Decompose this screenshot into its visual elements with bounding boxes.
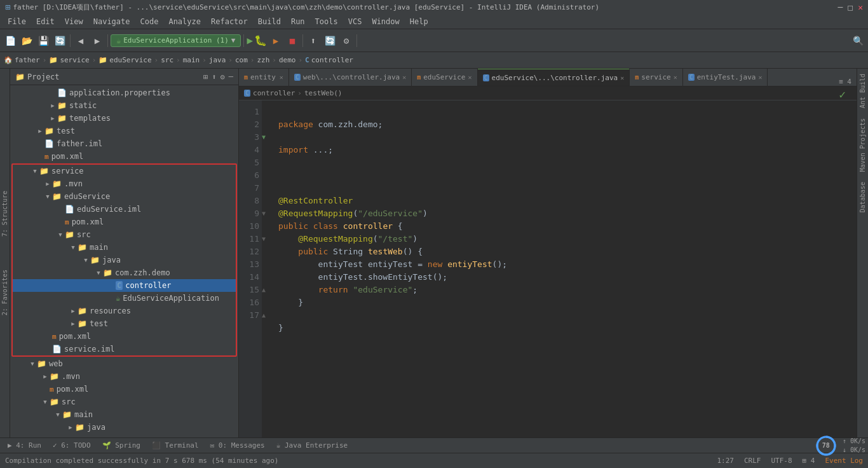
bc-service[interactable]: 📁 service <box>49 56 89 64</box>
tree-item-main[interactable]: ▼ 📁 main <box>13 241 236 254</box>
bc-com[interactable]: com <box>235 56 248 64</box>
editor-content[interactable]: 1234567891011121314151617 ▼ ▼ ▼ <box>239 100 857 437</box>
tree-item-service[interactable]: ▼ 📁 service <box>13 165 236 177</box>
tree-item-mvn-web[interactable]: ▶ 📁 .mvn <box>10 370 238 383</box>
database-panel[interactable]: Database <box>858 177 867 217</box>
bc-java[interactable]: java <box>209 56 226 64</box>
bottom-tab-spring[interactable]: 🌱 Spring <box>97 440 146 451</box>
status-event-log[interactable]: Event Log <box>825 457 863 465</box>
tree-item-eduservice-iml[interactable]: 📄 eduService.iml <box>13 203 236 216</box>
tree-item-java[interactable]: ▼ 📁 java <box>13 254 236 266</box>
tree-item-father-iml[interactable]: 📄 father.iml <box>10 137 238 150</box>
menu-code[interactable]: Code <box>135 16 164 27</box>
bc-father[interactable]: 🏠 father <box>4 56 40 64</box>
tree-item-templates[interactable]: ▶ 📁 templates <box>10 112 238 125</box>
toolbar-update[interactable]: 🔄 <box>322 33 337 48</box>
bc-demo[interactable]: demo <box>279 56 296 64</box>
toolbar-settings[interactable]: ⚙ <box>339 33 354 48</box>
tree-item-test-father[interactable]: ▶ 📁 test <box>10 125 238 137</box>
tab-close-entiytest[interactable]: ✕ <box>758 74 762 81</box>
tab-close-controller-java[interactable]: ✕ <box>620 74 624 81</box>
toolbar-search[interactable]: 🔍 <box>850 33 865 48</box>
tab-close-service[interactable]: ✕ <box>674 74 677 81</box>
tree-item-eduservice[interactable]: ▼ 📁 eduService <box>13 190 236 203</box>
sidebar-action-1[interactable]: ⊞ <box>203 72 208 81</box>
run-configuration[interactable]: ☕ EduServiceApplication (1) ▼ <box>111 34 241 47</box>
toolbar-back[interactable]: ◀ <box>73 33 88 48</box>
tree-item-controller[interactable]: C controller <box>13 279 236 292</box>
tree-item-application-props[interactable]: 📄 application.properties <box>10 86 238 99</box>
toolbar-open[interactable]: 📂 <box>19 33 34 48</box>
tree-item-web[interactable]: ▼ 📁 web <box>10 357 238 370</box>
bottom-tab-todo[interactable]: ✓ 6: TODO <box>48 440 96 451</box>
bc-eduservice[interactable]: 📁 eduService <box>98 56 151 64</box>
tab-entiytest[interactable]: C entiyTest.java ✕ <box>683 69 768 86</box>
sidebar-minimize-icon[interactable]: ─ <box>229 72 233 81</box>
tree-item-pom-web[interactable]: m pom.xml <box>10 383 238 396</box>
minimize-button[interactable]: ─ <box>838 3 843 12</box>
tree-item-pom-edu[interactable]: m pom.xml <box>13 216 236 228</box>
tab-service[interactable]: m service ✕ <box>630 69 682 86</box>
menu-build[interactable]: Build <box>253 16 286 27</box>
tab-web-controller[interactable]: C web\...\controller.java ✕ <box>289 69 412 86</box>
bc-main[interactable]: main <box>183 56 200 64</box>
tree-item-src-web[interactable]: ▼ 📁 src <box>10 396 238 408</box>
tree-item-resources[interactable]: ▶ 📁 resources <box>13 305 236 317</box>
tree-item-test-edu[interactable]: ▶ 📁 test <box>13 317 236 330</box>
toolbar-new[interactable]: 📄 <box>3 33 18 48</box>
tab-overflow[interactable]: ≡ 4 <box>834 78 857 86</box>
toolbar-coverage[interactable]: ▶ <box>268 33 283 48</box>
tree-item-edu-app[interactable]: ☕ EduServiceApplication <box>13 292 236 305</box>
bottom-tab-run[interactable]: ▶ 4: Run <box>3 440 46 451</box>
structure-panel-label[interactable]: 7: Structure <box>0 187 10 240</box>
tree-item-java-web[interactable]: ▶ 📁 java <box>10 421 238 434</box>
bottom-tab-java-enterprise[interactable]: ☕ Java Enterprise <box>271 440 353 451</box>
menu-vcs[interactable]: VCS <box>343 16 367 27</box>
maximize-button[interactable]: □ <box>848 3 853 12</box>
toolbar-refresh[interactable]: 🔄 <box>52 33 67 48</box>
tree-item-static[interactable]: ▶ 📁 static <box>10 99 238 112</box>
tab-entity[interactable]: m entity ✕ <box>239 69 289 86</box>
tab-controller-java[interactable]: C eduService\...\controller.java ✕ <box>478 69 630 86</box>
status-encoding[interactable]: UTF-8 <box>771 457 792 465</box>
menu-refactor[interactable]: Refactor <box>206 16 253 27</box>
tab-eduservice[interactable]: m eduService ✕ <box>412 69 477 86</box>
tree-item-service-iml[interactable]: 📄 service.iml <box>13 343 236 355</box>
tree-item-mvn[interactable]: ▶ 📁 .mvn <box>13 177 236 190</box>
bc-controller[interactable]: C controller <box>305 56 353 64</box>
menu-file[interactable]: File <box>3 16 31 27</box>
tab-close-web-controller[interactable]: ✕ <box>402 74 406 81</box>
tab-close-entity[interactable]: ✕ <box>280 74 283 81</box>
debug-button[interactable]: 🐛 <box>254 34 267 46</box>
menu-view[interactable]: View <box>60 16 88 27</box>
menu-edit[interactable]: Edit <box>31 16 60 27</box>
menu-help[interactable]: Help <box>405 16 433 27</box>
tab-close-eduservice[interactable]: ✕ <box>468 74 471 81</box>
sidebar-action-2[interactable]: ⬆ <box>212 72 216 81</box>
bc-src[interactable]: src <box>161 56 173 64</box>
tree-item-com-zzh-demo[interactable]: ▼ 📁 com.zzh.demo <box>13 266 236 279</box>
tree-item-main-web[interactable]: ▼ 📁 main <box>10 408 238 421</box>
menu-window[interactable]: Window <box>367 16 404 27</box>
toolbar-vcs[interactable]: ⬆ <box>306 33 321 48</box>
toolbar-forward[interactable]: ▶ <box>90 33 105 48</box>
tree-item-src[interactable]: ▼ 📁 src <box>13 228 236 241</box>
menu-run[interactable]: Run <box>286 16 310 27</box>
menu-navigate[interactable]: Navigate <box>88 16 135 27</box>
ant-build-panel[interactable]: Ant Build <box>858 69 867 113</box>
maven-projects-panel[interactable]: Maven Projects <box>858 113 867 177</box>
bc-zzh[interactable]: zzh <box>257 56 269 64</box>
sidebar-gear-icon[interactable]: ⚙ <box>220 72 225 81</box>
code-area[interactable]: package com.zzh.demo; import ...; @RestC… <box>271 100 857 437</box>
menu-analyze[interactable]: Analyze <box>163 16 206 27</box>
toolbar-save[interactable]: 💾 <box>36 33 51 48</box>
close-button[interactable]: ✕ <box>858 3 863 12</box>
tree-item-pom-father[interactable]: m pom.xml <box>10 150 238 163</box>
favorites-panel-label[interactable]: 2: Favorites <box>0 266 10 319</box>
status-line-ending[interactable]: CRLF <box>744 457 761 465</box>
toolbar-stop[interactable]: ■ <box>285 33 300 48</box>
menu-tools[interactable]: Tools <box>310 16 343 27</box>
bottom-tab-terminal[interactable]: ⬛ Terminal <box>147 440 204 451</box>
run-button[interactable]: ▶ <box>247 34 253 46</box>
tree-item-pom-service[interactable]: m pom.xml <box>13 330 236 343</box>
